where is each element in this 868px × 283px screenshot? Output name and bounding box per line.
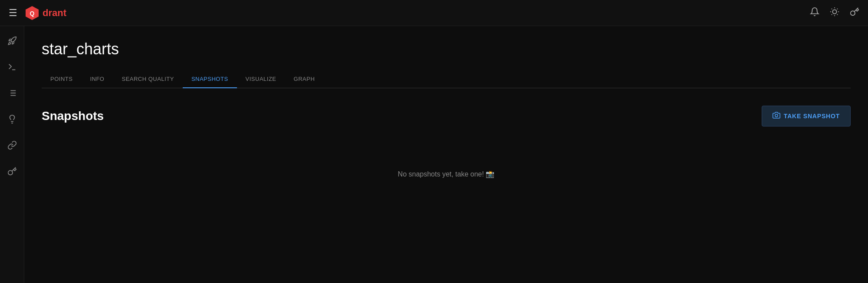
topbar: ☰ Q drant bbox=[0, 0, 868, 26]
snapshots-header: Snapshots TAKE SNAPSHOT bbox=[42, 106, 851, 127]
collection-title: star_charts bbox=[42, 40, 851, 58]
svg-point-2 bbox=[832, 10, 836, 13]
logo[interactable]: Q drant bbox=[24, 5, 66, 21]
snapshots-title: Snapshots bbox=[42, 109, 104, 123]
tab-points[interactable]: POINTS bbox=[42, 70, 81, 88]
logo-text: drant bbox=[43, 7, 66, 19]
svg-line-9 bbox=[832, 14, 832, 15]
svg-line-6 bbox=[837, 14, 838, 15]
sidebar-item-list[interactable] bbox=[4, 85, 20, 101]
content-area: star_charts POINTS INFO SEARCH QUALITY S… bbox=[24, 26, 868, 283]
sidebar-item-terminal[interactable] bbox=[4, 59, 20, 75]
take-snapshot-button[interactable]: TAKE SNAPSHOT bbox=[762, 106, 851, 127]
sidebar-item-bulb[interactable] bbox=[4, 111, 20, 127]
take-snapshot-label: TAKE SNAPSHOT bbox=[784, 113, 840, 120]
tab-search-quality[interactable]: SEARCH QUALITY bbox=[113, 70, 182, 88]
key-icon[interactable] bbox=[850, 7, 859, 19]
hamburger-icon[interactable]: ☰ bbox=[9, 7, 17, 19]
sidebar-item-rocket[interactable] bbox=[4, 33, 20, 49]
tab-graph[interactable]: GRAPH bbox=[285, 70, 324, 88]
svg-point-20 bbox=[775, 114, 778, 117]
sidebar-item-key[interactable] bbox=[4, 163, 20, 179]
tab-snapshots[interactable]: SNAPSHOTS bbox=[183, 70, 237, 88]
tab-info[interactable]: INFO bbox=[81, 70, 113, 88]
camera-icon bbox=[773, 111, 780, 121]
logo-hexagon-icon: Q bbox=[24, 5, 40, 21]
topbar-left: ☰ Q drant bbox=[9, 5, 66, 21]
brightness-icon[interactable] bbox=[830, 7, 839, 19]
main-layout: star_charts POINTS INFO SEARCH QUALITY S… bbox=[0, 26, 868, 283]
topbar-right bbox=[810, 7, 859, 19]
bell-icon[interactable] bbox=[810, 7, 819, 19]
empty-message: No snapshots yet, take one! 📸 bbox=[398, 170, 495, 178]
svg-line-10 bbox=[837, 9, 838, 9]
svg-text:Q: Q bbox=[30, 10, 35, 17]
empty-state: No snapshots yet, take one! 📸 bbox=[42, 144, 851, 204]
tabs-bar: POINTS INFO SEARCH QUALITY SNAPSHOTS VIS… bbox=[42, 70, 851, 88]
svg-line-5 bbox=[832, 9, 832, 9]
sidebar-item-link[interactable] bbox=[4, 137, 20, 153]
sidebar bbox=[0, 26, 24, 283]
tab-visualize[interactable]: VISUALIZE bbox=[237, 70, 285, 88]
